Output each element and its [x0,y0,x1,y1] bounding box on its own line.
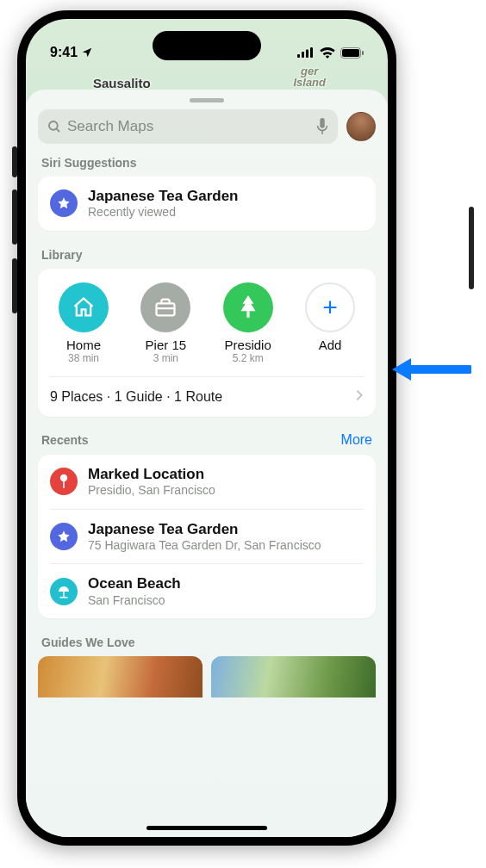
library-summary-text: 9 Places · 1 Guide · 1 Route [50,389,222,405]
siri-suggestion-card: Japanese Tea Garden Recently viewed [38,177,376,231]
svg-rect-6 [362,51,364,55]
recent-item[interactable]: Ocean Beach San Francisco [38,564,376,618]
svg-rect-3 [310,47,313,58]
suggestion-subtitle: Recently viewed [88,205,364,220]
screen: 9:41 Sausalito ger Island [26,19,388,837]
recent-subtitle: 75 Hagiwara Tea Garden Dr, San Francisco [88,538,364,554]
svg-rect-2 [306,50,308,59]
shortcut-detail: 38 min [68,352,99,364]
svg-point-14 [60,474,67,481]
phone-frame: 9:41 Sausalito ger Island [17,10,396,846]
svg-line-8 [56,128,59,132]
library-shortcut-presidio[interactable]: Presidio 5.2 km [216,282,280,364]
shortcut-detail: 3 min [153,352,178,364]
map-label-island-bot: Island [293,77,326,88]
cellular-signal-icon [297,47,315,58]
guide-tile[interactable] [211,656,376,698]
recent-subtitle: Presidio, San Francisco [88,483,364,499]
library-shortcut-pier15[interactable]: Pier 15 3 min [134,282,197,364]
recent-item[interactable]: Marked Location Presidio, San Francisco [38,455,376,509]
map-label-sausalito: Sausalito [93,76,151,90]
svg-rect-0 [297,54,300,58]
battery-icon [340,47,364,59]
svg-rect-11 [157,303,175,315]
recent-item[interactable]: Japanese Tea Garden 75 Hagiwara Tea Gard… [38,510,376,564]
library-shortcut-add[interactable]: + Add [298,282,362,364]
recents-header: Recents [41,433,88,447]
annotation-arrow-icon [392,356,471,382]
recent-title: Japanese Tea Garden [88,520,364,538]
home-icon [59,282,109,332]
search-input[interactable] [67,118,310,135]
mic-icon[interactable] [315,118,329,135]
library-summary-row[interactable]: 9 Places · 1 Guide · 1 Route [38,377,376,417]
search-icon [47,119,62,134]
location-services-icon [81,46,93,59]
library-shortcut-home[interactable]: Home 38 min [52,282,115,364]
shortcut-label: Home [66,338,101,352]
siri-suggestion-item[interactable]: Japanese Tea Garden Recently viewed [38,177,376,231]
search-sheet: Siri Suggestions Japanese Tea Garden Rec… [26,90,388,837]
profile-avatar[interactable] [346,112,376,141]
recents-more-link[interactable]: More [341,432,372,448]
shortcut-detail: 5.2 km [233,352,264,364]
svg-point-7 [49,121,58,130]
status-time: 9:41 [50,45,78,60]
phone-power-button [469,207,474,289]
guide-tile[interactable] [38,656,202,698]
recent-title: Ocean Beach [88,574,364,592]
search-field[interactable] [38,109,338,144]
shortcut-label: Add [319,338,342,352]
star-icon [50,523,78,550]
svg-rect-9 [320,118,324,128]
recents-card: Marked Location Presidio, San Francisco … [38,455,376,618]
siri-suggestions-header: Siri Suggestions [41,156,372,170]
guides-header: Guides We Love [41,636,372,649]
wifi-icon [320,47,335,59]
map-label-island: ger Island [293,65,326,88]
beach-umbrella-icon [50,578,78,605]
plus-icon: + [305,282,355,332]
recent-subtitle: San Francisco [88,593,364,609]
recent-title: Marked Location [88,465,364,483]
dynamic-island [153,31,261,60]
svg-rect-13 [246,311,249,318]
shortcut-label: Presidio [225,338,271,352]
chevron-right-icon [355,389,364,405]
pin-icon [50,468,78,495]
svg-marker-19 [392,358,411,381]
shortcut-label: Pier 15 [146,338,187,352]
svg-rect-5 [342,49,359,57]
svg-rect-15 [63,480,65,488]
library-header: Library [41,248,372,262]
tree-icon [223,282,273,332]
home-indicator[interactable] [146,826,267,830]
briefcase-icon [140,282,190,332]
suggestion-title: Japanese Tea Garden [88,187,364,205]
svg-rect-1 [302,52,304,58]
library-card: Home 38 min Pier 15 3 min [38,269,376,417]
sheet-grabber[interactable] [190,98,224,102]
star-icon [50,189,78,217]
